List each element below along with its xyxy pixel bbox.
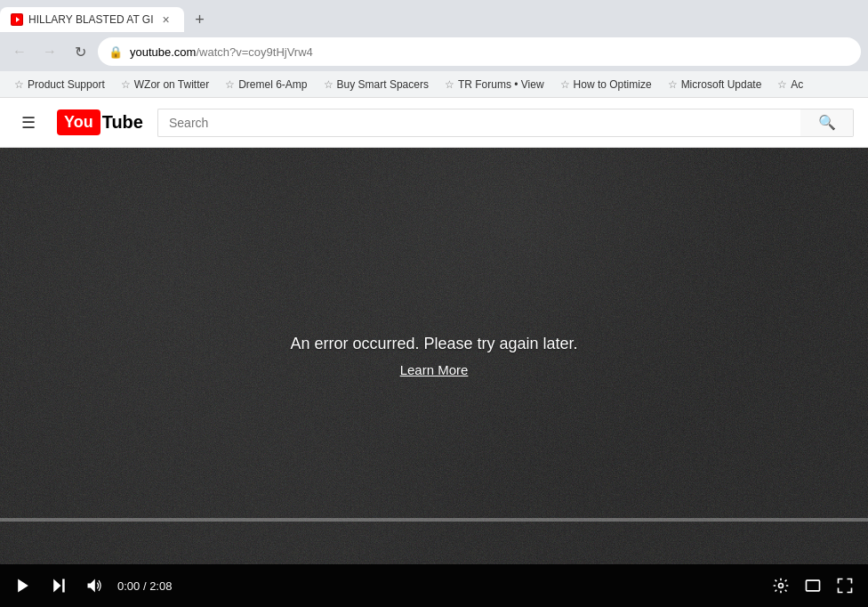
bookmark-tr-forums[interactable]: ☆ TR Forums • View — [438, 77, 551, 93]
settings-icon — [772, 577, 790, 595]
svg-rect-7 — [807, 580, 820, 591]
settings-button[interactable] — [768, 573, 793, 598]
bookmark-star-icon: ☆ — [560, 78, 570, 91]
search-bar: 🔍 — [157, 109, 854, 137]
fullscreen-button[interactable] — [832, 573, 857, 598]
youtube-header: ☰ YouTube 🔍 — [0, 98, 868, 148]
refresh-button[interactable]: ↻ — [68, 39, 92, 64]
tab-bar: HILLARY BLASTED AT GI × + — [0, 0, 868, 32]
bookmark-label: Product Support — [28, 78, 105, 91]
video-container: An error occurred. Please try again late… — [0, 148, 868, 607]
url-display: youtube.com/watch?v=coy9tHjVrw4 — [130, 45, 850, 59]
hamburger-menu-icon[interactable]: ☰ — [14, 106, 43, 140]
bookmarks-bar: ☆ Product Support ☆ WZor on Twitter ☆ Dr… — [0, 71, 868, 98]
fullscreen-icon — [836, 577, 854, 595]
skip-icon — [50, 577, 68, 595]
bookmark-label: How to Optimize — [574, 78, 652, 91]
bookmark-star-icon: ☆ — [121, 78, 131, 91]
back-button[interactable]: ← — [7, 39, 32, 64]
forward-button[interactable]: → — [37, 39, 62, 64]
bookmark-wzor[interactable]: ☆ WZor on Twitter — [114, 77, 216, 93]
skip-button[interactable] — [46, 573, 71, 598]
volume-icon — [85, 577, 103, 595]
youtube-logo-box: You — [57, 109, 100, 135]
play-button[interactable] — [11, 573, 36, 598]
bookmark-microsoft-update[interactable]: ☆ Microsoft Update — [661, 77, 769, 93]
theater-icon — [804, 577, 822, 595]
video-player[interactable]: An error occurred. Please try again late… — [0, 148, 868, 564]
bookmark-label: Dremel 6-Amp — [238, 78, 307, 91]
right-controls — [768, 573, 857, 598]
bookmark-star-icon: ☆ — [225, 78, 235, 91]
bookmark-label: TR Forums • View — [458, 78, 544, 91]
bookmark-label: Ac — [791, 78, 803, 91]
bookmark-star-icon: ☆ — [445, 78, 454, 91]
bookmark-smart-spacers[interactable]: ☆ Buy Smart Spacers — [317, 77, 436, 93]
tab-title: HILLARY BLASTED AT GI — [28, 13, 154, 26]
svg-marker-5 — [88, 579, 95, 593]
time-display: 0:00 / 2:08 — [117, 579, 172, 593]
active-tab[interactable]: HILLARY BLASTED AT GI × — [0, 7, 184, 32]
youtube-logo[interactable]: YouTube — [57, 109, 143, 135]
youtube-logo-text: Tube — [102, 112, 143, 133]
address-bar[interactable]: 🔒 youtube.com/watch?v=coy9tHjVrw4 — [98, 37, 861, 66]
bookmark-star-icon: ☆ — [14, 78, 24, 91]
bookmark-label: Buy Smart Spacers — [337, 78, 429, 91]
theater-button[interactable] — [800, 573, 825, 598]
bookmark-star-icon: ☆ — [324, 78, 334, 91]
tab-close-button[interactable]: × — [159, 12, 173, 27]
error-overlay: An error occurred. Please try again late… — [0, 148, 868, 564]
url-path: /watch?v=coy9tHjVrw4 — [196, 45, 312, 59]
bookmark-label: WZor on Twitter — [134, 78, 209, 91]
svg-marker-3 — [53, 579, 60, 593]
video-controls: 0:00 / 2:08 — [0, 564, 868, 607]
content-area: ☰ YouTube 🔍 An error occurred. Please tr… — [0, 98, 868, 607]
bookmark-product-support[interactable]: ☆ Product Support — [7, 77, 112, 93]
error-message: An error occurred. Please try again late… — [290, 335, 577, 353]
new-tab-button[interactable]: + — [188, 7, 213, 32]
progress-bar[interactable] — [0, 518, 868, 522]
browser-chrome: HILLARY BLASTED AT GI × + ← → ↻ 🔒 youtub… — [0, 0, 868, 98]
svg-rect-4 — [62, 579, 65, 593]
search-input[interactable] — [157, 109, 800, 137]
address-bar-row: ← → ↻ 🔒 youtube.com/watch?v=coy9tHjVrw4 — [0, 32, 868, 71]
lock-icon: 🔒 — [108, 45, 123, 59]
search-button[interactable]: 🔍 — [800, 109, 854, 137]
bookmark-star-icon: ☆ — [777, 78, 787, 91]
svg-point-6 — [779, 584, 784, 588]
search-icon: 🔍 — [818, 114, 836, 131]
bookmark-how-to-optimize[interactable]: ☆ How to Optimize — [553, 77, 659, 93]
bookmark-star-icon: ☆ — [668, 78, 678, 91]
svg-marker-2 — [18, 579, 28, 593]
bookmark-label: Microsoft Update — [681, 78, 762, 91]
learn-more-link[interactable]: Learn More — [400, 362, 469, 377]
bookmark-ac[interactable]: ☆ Ac — [770, 77, 810, 93]
url-domain: youtube.com — [130, 45, 196, 59]
tab-favicon — [11, 13, 23, 26]
volume-button[interactable] — [82, 573, 107, 598]
play-icon — [14, 577, 32, 595]
bookmark-dremel[interactable]: ☆ Dremel 6-Amp — [218, 77, 314, 93]
